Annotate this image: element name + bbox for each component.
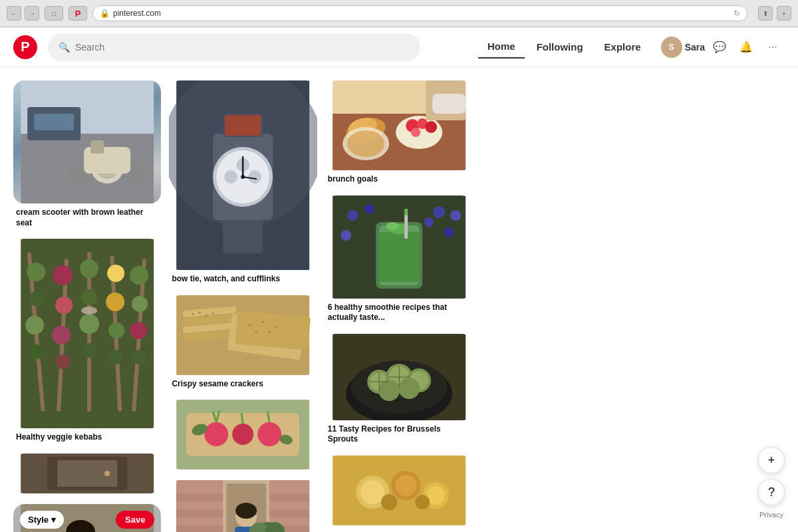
svg-rect-93 xyxy=(235,311,311,350)
svg-point-170 xyxy=(364,204,374,213)
header-nav: Home Following Explore xyxy=(478,35,650,59)
svg-rect-178 xyxy=(379,232,419,282)
svg-rect-167 xyxy=(432,94,466,114)
svg-point-13 xyxy=(29,291,45,307)
url-text: pinterest.com xyxy=(113,9,161,18)
pin-brunch-label: brunch goals xyxy=(325,170,473,188)
pin-radish[interactable] xyxy=(169,400,317,469)
pin-watch[interactable]: bow tie, watch, and cufflinks xyxy=(169,80,317,287)
browser-nav-buttons: ← → xyxy=(7,6,39,21)
svg-point-33 xyxy=(130,266,148,285)
main-content: cream scooter with brown leather seat xyxy=(0,67,798,532)
pin-scooter[interactable]: cream scooter with brown leather seat xyxy=(13,80,161,231)
svg-point-94 xyxy=(249,324,251,326)
style-dropdown[interactable]: Style ▾ xyxy=(20,511,64,529)
lock-icon: 🔒 xyxy=(100,9,110,18)
svg-point-29 xyxy=(106,293,124,311)
svg-point-120 xyxy=(236,503,257,519)
pin-smoothie[interactable]: 6 healthy smoothie recipes that actually… xyxy=(325,196,473,326)
privacy-link[interactable]: Privacy xyxy=(759,511,783,519)
pin-vegkebab[interactable]: Healthy veggie kebabs xyxy=(13,239,161,446)
svg-point-174 xyxy=(450,210,461,221)
svg-point-202 xyxy=(395,475,416,496)
svg-rect-3 xyxy=(34,114,74,130)
svg-line-105 xyxy=(242,413,243,424)
svg-point-28 xyxy=(107,265,124,282)
notifications-icon[interactable]: 🔔 xyxy=(734,35,758,59)
search-bar[interactable]: 🔍 xyxy=(48,33,420,61)
tab-button[interactable]: □ xyxy=(45,6,63,21)
svg-point-88 xyxy=(192,313,194,315)
svg-rect-9 xyxy=(90,140,104,154)
svg-point-25 xyxy=(82,343,96,358)
avatar[interactable]: S xyxy=(661,37,682,58)
svg-rect-81 xyxy=(223,220,263,253)
svg-point-26 xyxy=(81,307,97,315)
pin-europe[interactable]: Packing Light for a Trip to Europe xyxy=(169,480,317,532)
svg-point-74 xyxy=(225,170,238,184)
back-button[interactable]: ← xyxy=(7,6,21,21)
svg-point-17 xyxy=(53,265,72,285)
question-icon: ? xyxy=(768,485,775,499)
svg-point-97 xyxy=(255,331,257,332)
svg-point-15 xyxy=(29,344,44,359)
pin-crackers-label: Crispy sesame crackers xyxy=(169,375,317,392)
share-button[interactable]: ⬆ xyxy=(758,6,773,21)
svg-point-192 xyxy=(378,380,400,401)
pin-brussels[interactable]: 11 Tasty Recipes for Brussels Sprouts xyxy=(325,334,473,448)
help-fab-button[interactable]: ? xyxy=(758,479,785,505)
svg-point-205 xyxy=(381,494,397,510)
chevron-down-icon: ▾ xyxy=(51,515,56,525)
style-dropdown-label: Style xyxy=(28,515,49,525)
svg-point-20 xyxy=(56,354,70,369)
reload-icon[interactable]: ↻ xyxy=(733,9,740,18)
pin-scooter-label: cream scooter with brown leather seat xyxy=(13,203,161,231)
svg-point-31 xyxy=(108,350,123,364)
plus-icon: + xyxy=(768,454,775,467)
pin-crackers[interactable]: Crispy sesame crackers xyxy=(169,295,317,392)
svg-point-169 xyxy=(347,210,358,221)
pin-brussels2[interactable] xyxy=(325,456,473,525)
svg-point-200 xyxy=(360,480,384,504)
url-bar[interactable]: 🔒 pinterest.com ↻ xyxy=(92,5,747,21)
svg-point-79 xyxy=(241,175,245,179)
nav-following[interactable]: Following xyxy=(527,36,593,58)
messages-icon[interactable]: 💬 xyxy=(708,35,732,59)
add-fab-button[interactable]: + xyxy=(758,447,785,473)
pin-door[interactable] xyxy=(13,454,161,493)
svg-point-19 xyxy=(52,326,70,344)
svg-point-96 xyxy=(275,326,277,328)
svg-point-40 xyxy=(104,471,110,476)
svg-point-35 xyxy=(130,322,147,339)
save-button[interactable]: Save xyxy=(116,511,154,529)
svg-point-101 xyxy=(205,422,229,446)
user-name[interactable]: Sara xyxy=(685,42,705,53)
svg-point-91 xyxy=(212,312,214,314)
nav-home[interactable]: Home xyxy=(478,35,525,59)
more-options-icon[interactable]: ··· xyxy=(761,35,785,59)
svg-point-22 xyxy=(80,259,98,278)
nav-explore[interactable]: Explore xyxy=(595,36,650,58)
svg-point-180 xyxy=(386,222,399,230)
svg-point-162 xyxy=(425,121,437,133)
svg-point-98 xyxy=(269,331,271,332)
svg-point-175 xyxy=(424,217,434,227)
pin-fashion[interactable]: Style ▾ Save ↗ apartment34.com xyxy=(13,504,161,532)
svg-point-36 xyxy=(132,350,146,364)
search-icon: 🔍 xyxy=(59,42,70,53)
search-input[interactable] xyxy=(75,42,410,53)
svg-rect-182 xyxy=(404,209,408,215)
masonry-grid: cream scooter with brown leather seat xyxy=(13,80,785,532)
pin-watch-label: bow tie, watch, and cufflinks xyxy=(169,270,317,287)
new-tab-button[interactable]: + xyxy=(777,6,791,21)
url-bar-actions: ⬆ + xyxy=(758,6,791,21)
svg-point-171 xyxy=(340,230,351,241)
svg-point-18 xyxy=(55,297,72,314)
svg-point-89 xyxy=(199,311,201,313)
svg-point-14 xyxy=(25,316,44,334)
svg-point-12 xyxy=(27,263,45,281)
pinterest-logo[interactable]: P xyxy=(13,35,37,59)
pin-brunch[interactable]: brunch goals xyxy=(325,80,473,188)
svg-point-34 xyxy=(132,296,148,312)
forward-button[interactable]: → xyxy=(25,6,39,21)
